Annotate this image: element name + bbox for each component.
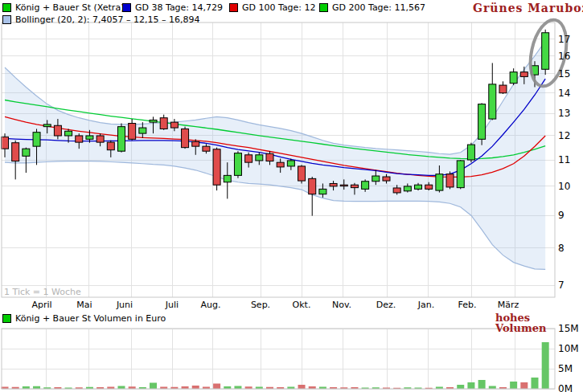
volume-legend-label: König + Bauer St Volumen in Euro bbox=[15, 313, 166, 324]
candle-body bbox=[224, 175, 231, 182]
candle-body bbox=[309, 178, 316, 194]
volume-bar bbox=[192, 386, 199, 389]
month-axis-label: März bbox=[498, 300, 519, 310]
price-axis-tick-label: 8 bbox=[558, 243, 565, 254]
candle-body bbox=[76, 136, 83, 142]
price-axis-tick-label: 10 bbox=[558, 181, 570, 192]
month-axis-label: Sep. bbox=[251, 300, 270, 310]
month-axis-label: Juli bbox=[165, 300, 179, 310]
price-axis-tick-label: 11 bbox=[558, 154, 570, 165]
candle-body bbox=[12, 143, 19, 161]
volume-bar bbox=[478, 380, 486, 389]
legend-item-bollinger[interactable]: Bollinger (20, 2): 7,4057 – 12,15 – 16,8… bbox=[2, 14, 199, 24]
candle-body bbox=[415, 185, 422, 189]
candle-body bbox=[23, 149, 30, 156]
candle-body bbox=[478, 104, 486, 140]
candle-body bbox=[117, 127, 125, 152]
candle-body bbox=[266, 153, 273, 161]
volume-axis-tick-label: 10M bbox=[558, 343, 579, 354]
legend-item-gd38[interactable]: GD 38 Tage: 14,729 bbox=[122, 2, 223, 12]
high-volume-annotation: hohes Volumen bbox=[495, 312, 552, 333]
volume-bar bbox=[213, 384, 220, 390]
volume-bar bbox=[298, 385, 306, 389]
candle-body bbox=[457, 161, 464, 188]
candle-body bbox=[372, 176, 380, 182]
candle-body bbox=[467, 145, 474, 160]
stock-chart-window: 78910111213141516170M5M10M15MAprilMaiJun… bbox=[0, 0, 583, 392]
candle-body bbox=[520, 72, 528, 77]
candle-body bbox=[33, 133, 40, 146]
gd100-label: GD 100 Tage: 12 bbox=[242, 2, 316, 13]
price-series-swatch bbox=[2, 3, 11, 12]
month-axis-label: Mai bbox=[76, 300, 92, 310]
candle-body bbox=[404, 186, 411, 191]
volume-bar bbox=[532, 378, 539, 389]
marubozu-annotation: Grünes Marubozu bbox=[473, 2, 583, 14]
volume-series-swatch bbox=[2, 314, 11, 323]
candle-body bbox=[542, 33, 549, 70]
candle-body bbox=[330, 183, 337, 186]
candle-body bbox=[43, 125, 51, 127]
volume-axis-tick-label: 5M bbox=[558, 363, 573, 374]
price-axis-tick-label: 15 bbox=[558, 68, 570, 80]
candle-body bbox=[446, 174, 454, 187]
price-axis-tick-label: 14 bbox=[558, 88, 570, 99]
volume-bar bbox=[234, 386, 241, 390]
candle-body bbox=[160, 118, 167, 129]
candle-body bbox=[54, 125, 61, 136]
candle-body bbox=[319, 189, 326, 194]
candle-body bbox=[96, 136, 104, 142]
candle-body bbox=[256, 155, 263, 161]
price-axis-tick-label: 7 bbox=[558, 280, 565, 291]
tick-interval-note: 1 Tick = 1 Woche bbox=[4, 287, 81, 297]
candle-body bbox=[362, 182, 369, 190]
volume-bar bbox=[150, 383, 157, 390]
candle-body bbox=[351, 185, 358, 187]
candle-body bbox=[340, 185, 347, 186]
candle-body bbox=[150, 120, 157, 122]
volume-plot-area[interactable] bbox=[2, 329, 555, 389]
candle-body bbox=[213, 149, 220, 185]
candle-body bbox=[277, 162, 284, 167]
candle-body bbox=[510, 72, 517, 84]
month-axis-label: Nov. bbox=[332, 300, 351, 310]
legend-item-gd100[interactable]: GD 100 Tage: 12 bbox=[229, 2, 316, 12]
candle-body bbox=[436, 174, 443, 190]
candle-body bbox=[170, 122, 178, 128]
month-axis-label: Dez. bbox=[376, 300, 396, 310]
volume-bar bbox=[542, 342, 549, 389]
price-axis-tick-label: 12 bbox=[558, 130, 570, 141]
candle-body bbox=[499, 85, 507, 93]
candle-body bbox=[129, 124, 136, 140]
month-axis-label: Okt. bbox=[293, 300, 311, 310]
month-axis-label: Jan. bbox=[417, 300, 434, 310]
candle-body bbox=[2, 137, 9, 149]
price-axis-tick-label: 17 bbox=[558, 34, 570, 45]
legend-item-price-series[interactable]: König + Bauer St (Xetra) bbox=[2, 2, 124, 12]
gd200-swatch bbox=[319, 3, 328, 12]
candle-body bbox=[425, 185, 433, 189]
bollinger-swatch bbox=[2, 15, 11, 24]
candle-body bbox=[65, 131, 72, 136]
volume-bar bbox=[457, 385, 464, 389]
gd100-swatch bbox=[229, 3, 238, 12]
volume-axis-tick-label: 15M bbox=[558, 323, 579, 334]
volume-legend: König + Bauer St Volumen in Euro bbox=[2, 313, 166, 323]
candle-body bbox=[245, 155, 252, 162]
candle-body bbox=[287, 161, 294, 166]
gd38-label: GD 38 Tage: 14,729 bbox=[135, 2, 223, 13]
bollinger-label: Bollinger (20, 2): 7,4057 – 12,15 – 16,8… bbox=[15, 14, 199, 25]
month-axis-label: Juni bbox=[116, 300, 133, 310]
legend-item-gd200[interactable]: GD 200 Tage: 11,567 bbox=[319, 2, 425, 12]
price-axis-tick-label: 13 bbox=[558, 108, 570, 119]
gd38-swatch bbox=[122, 3, 131, 12]
candle-body bbox=[393, 188, 400, 193]
month-axis-label: Feb. bbox=[458, 300, 477, 310]
gd200-label: GD 200 Tage: 11,567 bbox=[332, 2, 425, 13]
candle-body bbox=[182, 129, 189, 147]
volume-bar bbox=[489, 386, 496, 390]
volume-axis-tick-label: 0M bbox=[558, 383, 573, 392]
candle-body bbox=[192, 141, 199, 146]
month-axis-label: Aug. bbox=[201, 300, 221, 310]
candle-body bbox=[489, 84, 496, 119]
